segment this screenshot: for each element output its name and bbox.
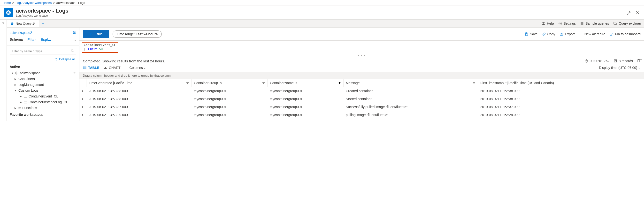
row-expander[interactable]: ▶ — [80, 95, 86, 103]
columns-button[interactable]: Columns ⌄ — [130, 66, 146, 70]
col-time[interactable]: TimeGenerated [Pacific Time…⏷ — [86, 79, 191, 87]
cell-name: mycontainergroup001 — [267, 87, 343, 95]
col-group[interactable]: ContainerGroup_s⏷ — [191, 79, 267, 87]
filter-input[interactable] — [12, 49, 71, 53]
tree-functions[interactable]: ▶ fx Functions — [10, 105, 76, 111]
filter-input-wrap[interactable] — [10, 48, 76, 54]
tree-functions-label: Functions — [22, 106, 37, 110]
tab-filter[interactable]: Filter — [28, 38, 36, 43]
pin-dashboard-label: Pin to dashboard — [615, 32, 640, 36]
page-subtitle: Log Analytics workspace — [16, 14, 68, 17]
row-expander[interactable]: ▶ — [80, 103, 86, 111]
page-title: aciworkspace - Logs — [16, 8, 68, 14]
pin-icon[interactable] — [626, 10, 632, 15]
tree-container-event[interactable]: ▶ ContainerEvent_CL — [10, 93, 76, 99]
run-button[interactable]: Run — [83, 30, 109, 38]
cell-group: mycontainergroup001 — [191, 95, 267, 103]
duration-value: 00:00:01.762 — [590, 59, 610, 63]
breadcrumb-sep: > — [12, 1, 14, 4]
results-status: Completed. Showing results from the last… — [83, 59, 165, 63]
settings-button[interactable]: Settings — [558, 21, 576, 25]
tree-containers[interactable]: ▶ Containers — [10, 76, 76, 82]
table-row[interactable]: ▶2019-08-02T13:53:37.000mycontainergroup… — [80, 103, 644, 111]
query-tab[interactable]: New Query 1* — [7, 19, 39, 27]
tree-custom-logs[interactable]: ▼ Custom Logs — [10, 88, 76, 93]
breadcrumb-workspaces[interactable]: Log Analytics workspaces — [16, 1, 52, 4]
cell-group: mycontainergroup001 — [191, 103, 267, 111]
cell-time: 2019-08-02T13:53:38.000 — [86, 87, 191, 95]
col-message[interactable]: Message⏷ — [343, 79, 478, 87]
col-first-timestamp[interactable]: FirstTimestamp_t [Pacific Time (US and C… — [478, 79, 644, 87]
svg-line-24 — [73, 51, 73, 52]
svg-rect-1 — [7, 12, 8, 13]
chart-view-tab[interactable]: CHART — [104, 66, 120, 70]
new-alert-button[interactable]: New alert rule — [579, 32, 605, 36]
table-view-tab[interactable]: TABLE — [83, 66, 99, 70]
col-name[interactable]: ContainerName_s▼ — [267, 79, 343, 87]
title-row: aciworkspace - Logs Log Analytics worksp… — [0, 6, 644, 19]
svg-rect-9 — [12, 23, 12, 24]
breadcrumb-home[interactable]: Home — [2, 1, 11, 4]
breadcrumb: Home > Log Analytics workspaces > aciwor… — [0, 0, 644, 6]
display-time-label: Display time (UTC-07:00) — [599, 66, 637, 70]
tab-bar: New Query 1* + Help Settings Sample quer… — [7, 19, 644, 27]
table-row[interactable]: ▶2019-08-02T13:53:38.000mycontainergroup… — [80, 87, 644, 95]
svg-point-12 — [560, 23, 561, 24]
expand-sidebar-icon[interactable]: » — [0, 19, 7, 121]
cell-group: mycontainergroup001 — [191, 87, 267, 95]
resize-handle[interactable]: • • • — [80, 54, 644, 57]
tree-section-favorite: Favorite workspaces — [10, 113, 76, 117]
filter-icon[interactable]: ⏷ — [262, 81, 265, 85]
table-icon — [24, 95, 27, 98]
function-icon: fx — [18, 106, 21, 110]
collapse-sidebar-icon[interactable]: « — [74, 39, 76, 42]
new-alert-label: New alert rule — [584, 32, 605, 36]
filter-icon[interactable]: ⏷ — [186, 81, 189, 85]
time-range-prefix: Time range: — [117, 32, 136, 36]
tree-log-management[interactable]: ▶ LogManagement — [10, 82, 76, 88]
workspace-selector[interactable]: aciworkspace2 — [10, 31, 32, 34]
collapse-all-button[interactable]: Collapse all — [7, 57, 79, 63]
sample-queries-label: Sample queries — [586, 21, 609, 25]
tree-workspace-root[interactable]: ▼ aciworkspace ☆ — [10, 70, 76, 76]
filter-icon[interactable]: ⏷ — [472, 81, 476, 85]
tab-explorer[interactable]: Expl… — [41, 38, 51, 43]
time-range-selector[interactable]: Time range: Last 24 hours — [112, 30, 162, 38]
sample-queries-button[interactable]: Sample queries — [580, 21, 609, 25]
group-hint[interactable]: Drag a column header and drop it here to… — [80, 72, 644, 79]
collapse-results-icon[interactable]: ︽ — [640, 57, 642, 61]
query-editor[interactable]: ContainerEvent_CL | limit 50 — [82, 42, 118, 53]
editor-line1: ContainerEvent_CL — [84, 43, 116, 47]
cell-name: mycontainergroup001 — [267, 103, 343, 111]
save-button[interactable]: Save — [525, 32, 538, 36]
table-row[interactable]: ▶2019-08-02T13:53:38.000mycontainergroup… — [80, 95, 644, 103]
close-icon[interactable] — [635, 10, 640, 15]
copy-button[interactable]: Copy — [542, 32, 556, 36]
results-table: TimeGenerated [Pacific Time…⏷ ContainerG… — [80, 79, 644, 119]
editor-pipe: | — [84, 47, 86, 51]
export-button[interactable]: Export — [560, 32, 574, 36]
svg-point-20 — [74, 32, 75, 33]
row-expander[interactable]: ▶ — [80, 111, 86, 119]
svg-rect-31 — [24, 95, 27, 97]
copy-label: Copy — [548, 32, 556, 36]
duration: 00:00:01.762 — [584, 59, 610, 63]
sidebar-prefs-icon[interactable] — [72, 30, 76, 35]
display-time-selector[interactable]: Display time (UTC-07:00) ⌄ — [599, 66, 640, 70]
favorite-star-icon[interactable]: ☆ — [73, 71, 76, 75]
help-button[interactable]: Help — [542, 21, 554, 25]
record-count-value: 8 records — [619, 59, 633, 63]
tree-container-instance-log[interactable]: ▶ ContainerInstanceLog_CL — [10, 99, 76, 105]
cell-first-timestamp: 2019-08-02T13:53:29.000 — [478, 111, 644, 119]
query-tab-label: New Query 1* — [16, 22, 35, 25]
query-explorer-label: Query explorer — [618, 21, 641, 25]
pin-dashboard-button[interactable]: Pin to dashboard — [610, 32, 640, 36]
tab-schema[interactable]: Schema — [10, 37, 23, 43]
table-row[interactable]: ▶2019-08-02T13:53:29.000mycontainergroup… — [80, 111, 644, 119]
svg-point-23 — [71, 50, 73, 51]
add-tab-icon[interactable]: + — [42, 21, 44, 26]
row-expander[interactable]: ▶ — [80, 87, 86, 95]
filter-icon[interactable]: ▼ — [338, 81, 341, 85]
query-explorer-button[interactable]: Query explorer — [613, 21, 641, 25]
svg-rect-16 — [614, 22, 616, 24]
